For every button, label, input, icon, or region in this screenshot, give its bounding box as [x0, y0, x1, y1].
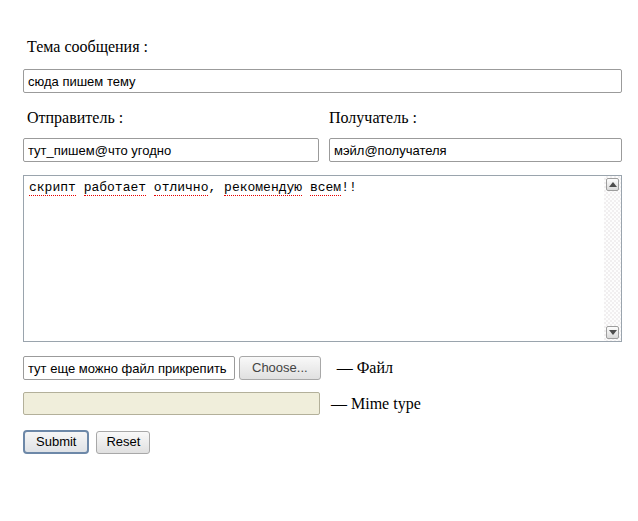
down-arrow-icon — [609, 330, 617, 335]
sender-column: Отправитель : — [23, 109, 319, 162]
sender-input[interactable] — [23, 138, 319, 162]
recipient-label: Получатель : — [329, 109, 622, 127]
scrollbar-down-button[interactable] — [606, 326, 619, 339]
subject-label: Тема сообщения : — [23, 38, 622, 56]
up-arrow-icon — [609, 182, 617, 187]
message-text: скрипт работает отлично, рекомендую всем… — [24, 176, 603, 341]
sender-label: Отправитель : — [23, 109, 319, 127]
file-row: Choose... — Файл — [23, 356, 622, 380]
scrollbar-up-button[interactable] — [606, 178, 619, 191]
mime-type-input[interactable] — [23, 392, 320, 415]
address-row: Отправитель : Получатель : — [23, 109, 622, 162]
mime-row: — Mime type — [23, 392, 622, 415]
textarea-scrollbar[interactable] — [604, 176, 621, 341]
choose-file-button[interactable]: Choose... — [239, 356, 321, 380]
message-textarea[interactable]: скрипт работает отлично, рекомендую всем… — [23, 175, 622, 342]
recipient-input[interactable] — [329, 138, 622, 162]
submit-button[interactable]: Submit — [23, 430, 89, 454]
file-label: — Файл — [337, 359, 393, 377]
reset-button[interactable]: Reset — [96, 431, 150, 454]
buttons-row: Submit Reset — [23, 430, 622, 454]
file-name-input[interactable] — [23, 356, 235, 380]
mime-label: — Mime type — [331, 395, 421, 413]
subject-input[interactable] — [23, 69, 622, 93]
mail-form: Тема сообщения : Отправитель : Получател… — [0, 0, 638, 454]
recipient-column: Получатель : — [329, 109, 622, 162]
